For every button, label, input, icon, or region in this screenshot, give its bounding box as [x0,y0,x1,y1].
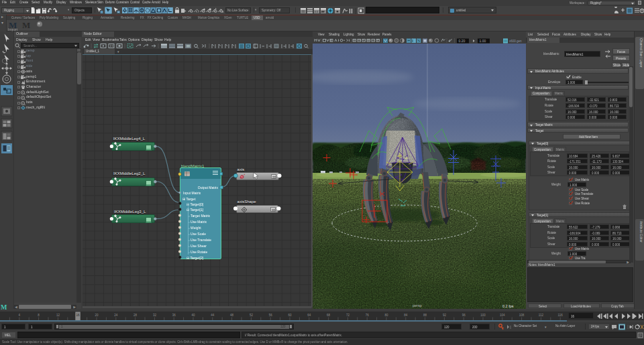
svg-text:96: 96 [462,313,466,316]
svg-text:16: 16 [76,313,80,316]
svg-text:108: 108 [519,313,525,316]
svg-text:12: 12 [56,313,60,316]
svg-text:100: 100 [480,313,486,316]
svg-text:48: 48 [230,313,234,316]
svg-text:axis: axis [404,156,409,159]
svg-text:112: 112 [539,313,544,316]
svg-text:64: 64 [307,313,311,316]
svg-text:76: 76 [366,313,370,316]
svg-text:28: 28 [133,313,138,316]
svg-text:104: 104 [500,313,505,316]
svg-text:20: 20 [95,313,99,316]
svg-text:72: 72 [346,313,350,316]
svg-text:80: 80 [384,313,388,316]
svg-text:52: 52 [250,313,254,316]
svg-text:60: 60 [288,313,292,316]
svg-text:40: 40 [191,313,195,316]
svg-text:0.20: 0.20 [459,39,466,43]
svg-text:x600.gen: x600.gen [509,40,522,43]
svg-text:36: 36 [172,313,176,316]
svg-text:24: 24 [114,313,118,316]
svg-text:68: 68 [327,313,331,316]
svg-text:32: 32 [153,313,157,316]
svg-text:44: 44 [211,313,215,316]
svg-text:84: 84 [404,313,408,316]
svg-text:1.00: 1.00 [480,39,486,43]
svg-text:92: 92 [443,313,447,316]
svg-text:116: 116 [558,313,564,316]
svg-text:56: 56 [269,313,273,316]
svg-text:persp: persp [413,303,422,307]
svg-text:88: 88 [423,313,427,316]
svg-text:0.2 fps: 0.2 fps [502,304,514,308]
